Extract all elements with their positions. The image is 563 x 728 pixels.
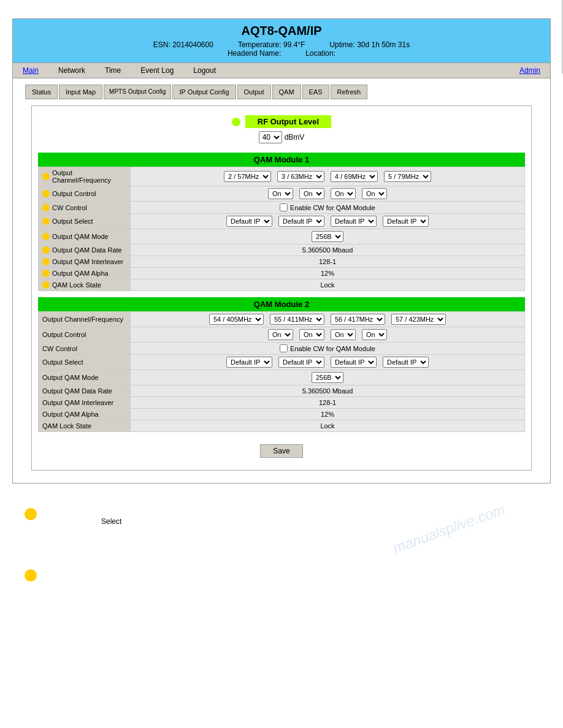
freq-selects: 2 / 57MHz 3 / 63MHz 4 / 69MHz 5 / 79MHz	[134, 171, 521, 182]
page-title: AQT8-QAM/IP	[18, 24, 545, 38]
tab-refresh[interactable]: Refresh	[331, 85, 368, 99]
table-row: Output QAM Data Rate 5.360500 Mbaud	[39, 245, 525, 256]
legend-item-2	[25, 569, 538, 582]
status-dot-yellow	[42, 204, 50, 211]
table-row: Output Channel/Frequency 2 / 57MHz 3 / 6…	[39, 167, 525, 186]
output-control-label2: Output Control	[39, 327, 131, 343]
lock-state-value: Lock	[131, 279, 525, 291]
qam-mode-select2[interactable]: 256B	[312, 372, 343, 383]
rf-status-dot	[232, 118, 240, 126]
freq-select2-2[interactable]: 55 / 411MHz	[270, 314, 324, 325]
cw-control-data2: Enable CW for QAM Module	[131, 343, 525, 355]
rf-level-select[interactable]: 40	[259, 131, 282, 143]
navbar: Main Network Time Event Log Logout Admin	[13, 63, 550, 78]
table-row: CW Control Enable CW for QAM Module	[39, 202, 525, 214]
qam-module2-header: QAM Module 2	[38, 297, 525, 311]
status-dot-yellow	[42, 190, 50, 197]
status-dot-yellow	[42, 246, 50, 254]
uptime-info: Uptime: 30d 1h 50m 31s	[329, 40, 410, 49]
output-control2-select-2[interactable]: On	[299, 329, 324, 340]
output-select-data: Default IP Default IP Default IP Default…	[131, 214, 525, 229]
legend-dot-2	[25, 569, 37, 582]
table-row: Output Control On On On On	[39, 327, 525, 343]
freq-select-4[interactable]: 5 / 79MHz	[384, 171, 431, 182]
output-select-2[interactable]: Default IP	[278, 216, 324, 227]
output-control2-select-3[interactable]: On	[331, 329, 356, 340]
qam-module1-section: QAM Module 1 Output Channel/Frequency	[38, 153, 525, 291]
output-control-selects2: On On On On	[134, 329, 521, 340]
output-select-label2: Output Select	[39, 355, 131, 370]
tab-eas[interactable]: EAS	[302, 85, 329, 99]
header-info-row2: Headend Name: Location:	[18, 49, 545, 58]
save-button[interactable]: Save	[260, 444, 302, 458]
output-select2-4[interactable]: Default IP	[383, 357, 429, 368]
output-select2-2[interactable]: Default IP	[278, 357, 324, 368]
lock-state-value2: Lock	[131, 420, 525, 432]
status-dot-yellow	[42, 173, 50, 180]
output-select-4[interactable]: Default IP	[383, 216, 429, 227]
nav-event-log[interactable]: Event Log	[131, 63, 183, 78]
freq-select-1[interactable]: 2 / 57MHz	[224, 171, 271, 182]
table-row: Output QAM Alpha 12%	[39, 268, 525, 279]
interleaver-value: 128-1	[131, 256, 525, 268]
status-dot-yellow	[42, 258, 50, 265]
cw-enable-checkbox2[interactable]	[280, 344, 288, 352]
data-rate-label2: Output QAM Data Rate	[39, 385, 131, 397]
nav-logout[interactable]: Logout	[183, 63, 226, 78]
qam-module2-section: QAM Module 2 Output Channel/Frequency 54…	[38, 297, 525, 432]
tab-output[interactable]: Output	[237, 85, 271, 99]
output-select-1[interactable]: Default IP	[226, 216, 272, 227]
tab-ip-output-config[interactable]: IP Output Config	[172, 85, 236, 99]
tab-qam[interactable]: QAM	[272, 85, 301, 99]
save-area: Save	[38, 438, 525, 464]
freq-select-2[interactable]: 3 / 63MHz	[277, 171, 324, 182]
inner-content: RF Output Level 40 dBmV QAM Module 1	[31, 105, 532, 471]
rf-label-row: RF Output Level	[41, 115, 522, 128]
freq-select2-1[interactable]: 54 / 405MHz	[209, 314, 264, 325]
output-select2-3[interactable]: Default IP	[331, 357, 377, 368]
freq-select-3[interactable]: 4 / 69MHz	[331, 171, 378, 182]
sub-nav: Status Input Map MPTS Output Config IP O…	[25, 85, 538, 99]
output-control-select-3[interactable]: On	[331, 188, 356, 199]
tab-mpts-output-config[interactable]: MPTS Output Config	[104, 85, 171, 99]
output-select-3[interactable]: Default IP	[331, 216, 377, 227]
main-container: AQT8-QAM/IP ESN: 2014040600 Temperature:…	[12, 18, 551, 483]
tab-status[interactable]: Status	[25, 85, 58, 99]
qam-mode-label2: Output QAM Mode	[39, 370, 131, 385]
alpha-label2: Output QAM Alpha	[39, 409, 131, 420]
output-control-label: Output Control	[39, 186, 131, 202]
output-control-data: On On On On	[131, 186, 525, 202]
qam-mode-data2: 256B	[131, 370, 525, 385]
tab-input-map[interactable]: Input Map	[59, 85, 102, 99]
freq-selects2: 54 / 405MHz 55 / 411MHz 56 / 417MHz 57 /…	[134, 314, 521, 325]
status-dot-yellow	[42, 218, 50, 225]
table-row: Output QAM Mode 256B	[39, 229, 525, 245]
nav-time[interactable]: Time	[95, 63, 131, 78]
nav-main[interactable]: Main	[13, 63, 48, 78]
output-control2-select-4[interactable]: On	[362, 329, 387, 340]
output-control2-select-1[interactable]: On	[268, 329, 293, 340]
data-rate-value2: 5.360500 Mbaud	[131, 385, 525, 397]
table-row: Output QAM Data Rate 5.360500 Mbaud	[39, 385, 525, 397]
freq-select2-3[interactable]: 56 / 417MHz	[331, 314, 385, 325]
table-row: Output QAM Interleaver 128-1	[39, 397, 525, 409]
cw-control-data: Enable CW for QAM Module	[131, 202, 525, 214]
cw-enable-checkbox[interactable]	[280, 203, 288, 211]
table-row: Output Control On On On On	[39, 186, 525, 202]
freq-select2-4[interactable]: 57 / 423MHz	[391, 314, 446, 325]
output-control-selects: On On On On	[134, 188, 521, 199]
output-control-select-2[interactable]: On	[299, 188, 324, 199]
interleaver-label: Output QAM Interleaver	[39, 256, 131, 268]
qam-module2-table: Output Channel/Frequency 54 / 405MHz 55 …	[38, 311, 525, 432]
output-control-select-1[interactable]: On	[268, 188, 293, 199]
interleaver-label2: Output QAM Interleaver	[39, 397, 131, 409]
page-wrapper: AQT8-QAM/IP ESN: 2014040600 Temperature:…	[0, 0, 563, 728]
rf-unit: dBmV	[285, 133, 305, 142]
output-select2-1[interactable]: Default IP	[226, 357, 272, 368]
qam-mode-select[interactable]: 256B	[312, 231, 343, 242]
nav-network[interactable]: Network	[48, 63, 95, 78]
nav-admin[interactable]: Admin	[510, 63, 550, 78]
header: AQT8-QAM/IP ESN: 2014040600 Temperature:…	[13, 19, 550, 63]
table-row: Output Channel/Frequency 54 / 405MHz 55 …	[39, 312, 525, 327]
output-control-select-4[interactable]: On	[362, 188, 387, 199]
